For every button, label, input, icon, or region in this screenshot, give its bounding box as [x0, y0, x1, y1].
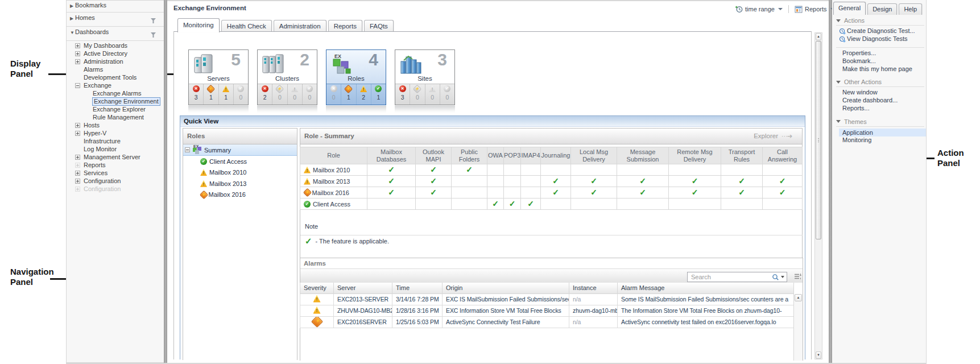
- nav-section-caret[interactable]: ▶: [70, 16, 73, 21]
- action-item-reports-[interactable]: Reports...: [832, 105, 926, 113]
- nav-item-reports[interactable]: Reports: [67, 161, 163, 169]
- nav-item-hyper-v[interactable]: Hyper-V: [67, 129, 163, 137]
- alarms-col-header[interactable]: Severity: [300, 283, 334, 293]
- tile-clusters[interactable]: 2Clusters2000: [257, 49, 317, 105]
- tile-alarm-cell-warning[interactable]: 2: [357, 84, 371, 105]
- plus-expander-icon[interactable]: [75, 187, 80, 192]
- plus-expander-icon[interactable]: [75, 51, 80, 56]
- action-tab-general[interactable]: General: [833, 2, 866, 15]
- nav-section-bookmarks[interactable]: ▶Bookmarks: [67, 2, 164, 12]
- plus-expander-icon[interactable]: [75, 59, 80, 64]
- action-item-make-this-my-home-page[interactable]: Make this my home page: [832, 65, 926, 73]
- main-scrollbar[interactable]: ▲ ▼: [814, 32, 822, 359]
- nav-item-development-tools[interactable]: Development Tools: [67, 73, 163, 81]
- summary-role-cell[interactable]: Client Access: [300, 198, 367, 210]
- action-item-application[interactable]: Application: [839, 129, 926, 136]
- action-item-bookmark-[interactable]: Bookmark...: [832, 57, 926, 65]
- tile-servers[interactable]: 5Servers3110: [188, 49, 249, 105]
- action-item-new-window[interactable]: New window: [832, 89, 926, 97]
- alarm-row[interactable]: EXC2016SERVER1/25/16 5:03 PMActiveSync C…: [300, 316, 794, 328]
- plus-expander-icon[interactable]: [75, 179, 80, 184]
- nav-item-services[interactable]: Services: [67, 169, 163, 177]
- tile-roles[interactable]: EX4Roles0121: [326, 49, 386, 105]
- alarm-row[interactable]: EXC2013-SERVER3/14/16 7:28 PMEXC IS Mail…: [300, 293, 794, 305]
- nav-item-exchange[interactable]: Exchange: [67, 81, 163, 89]
- nav-item-active-directory[interactable]: Active Directory: [67, 49, 163, 57]
- alarm-row[interactable]: ZHUVM-DAG10-MB21/28/16 3:16 PMEXC Inform…: [300, 305, 794, 316]
- nav-section-homes[interactable]: ▶Homes: [67, 14, 164, 24]
- nav-item-hosts[interactable]: Hosts: [67, 121, 163, 129]
- time-range-dropdown-icon[interactable]: [778, 8, 783, 10]
- alarms-col-header[interactable]: Origin: [443, 283, 569, 293]
- tile-alarm-cell-warning[interactable]: 1: [219, 84, 234, 105]
- plus-expander-icon[interactable]: [75, 155, 80, 160]
- nav-item-exchange-explorer[interactable]: Exchange Explorer: [67, 105, 163, 113]
- alarms-col-header[interactable]: Alarm Message: [618, 283, 794, 293]
- table-customizer-icon[interactable]: [794, 272, 802, 280]
- action-tab-help[interactable]: Help: [899, 3, 922, 15]
- nav-item-my-dashboards[interactable]: My Dashboards: [67, 42, 163, 49]
- action-item-monitoring[interactable]: Monitoring: [832, 136, 926, 144]
- main-scroll-thumb[interactable]: [816, 41, 821, 239]
- tab-reports[interactable]: Reports: [328, 20, 362, 32]
- minus-expander-icon[interactable]: [75, 83, 80, 88]
- tile-alarm-cell-normal[interactable]: 0: [303, 84, 317, 105]
- reports-menu-label[interactable]: Reports: [805, 6, 827, 13]
- roles-tree-item-mailbox-2010[interactable]: Mailbox 2010: [183, 167, 297, 179]
- main-scroll-down[interactable]: ▼: [816, 351, 821, 359]
- alarms-col-header[interactable]: Server: [334, 283, 392, 293]
- alarms-col-header[interactable]: Instance: [569, 283, 618, 293]
- explorer-link[interactable]: Explorer: [754, 129, 778, 144]
- roles-tree-item-mailbox-2016[interactable]: Mailbox 2016: [183, 189, 297, 201]
- nav-item-rule-management[interactable]: Rule Management: [67, 113, 163, 121]
- plus-expander-icon[interactable]: [75, 123, 80, 128]
- action-item-view-diagnostic-tests[interactable]: View Diagnostic Tests: [832, 35, 926, 43]
- search-dropdown-icon[interactable]: [781, 276, 784, 278]
- tile-alarm-cell-normal[interactable]: 1: [371, 84, 386, 105]
- tile-alarm-cell-fatal[interactable]: 0: [272, 84, 287, 105]
- section-collapse-icon[interactable]: [836, 19, 841, 22]
- action-tab-design[interactable]: Design: [867, 3, 897, 15]
- nav-item-administration[interactable]: Administration: [67, 57, 163, 65]
- search-icon[interactable]: [772, 274, 779, 281]
- search-box[interactable]: [687, 272, 787, 282]
- nav-item-infrastructure[interactable]: Infrastructure: [67, 137, 163, 145]
- nav-item-configuration[interactable]: Configuration: [67, 177, 163, 185]
- tile-alarm-cell-normal[interactable]: 0: [234, 84, 248, 105]
- plus-expander-icon[interactable]: [75, 131, 80, 136]
- tile-alarm-cell-warning[interactable]: 0: [288, 84, 303, 105]
- roles-tree-item-mailbox-2013[interactable]: Mailbox 2013: [183, 178, 297, 189]
- nav-item-exchange-alarms[interactable]: Exchange Alarms: [67, 89, 163, 97]
- tile-alarm-cell-fatal[interactable]: 1: [204, 84, 218, 105]
- tab-faqts[interactable]: FAQts: [364, 20, 394, 32]
- nav-item-management-server[interactable]: Management Server: [67, 153, 163, 161]
- nav-section-caret[interactable]: ▶: [70, 3, 73, 9]
- tile-sites[interactable]: 3Sites3000: [395, 49, 455, 105]
- tile-alarm-cell-fatal[interactable]: 1: [341, 84, 356, 105]
- main-scroll-up[interactable]: ▲: [816, 33, 821, 40]
- tile-alarm-cell-critical[interactable]: 2: [258, 84, 272, 105]
- left-splitter[interactable]: [164, 0, 167, 363]
- summary-role-cell[interactable]: Mailbox 2010: [300, 164, 367, 176]
- tab-monitoring[interactable]: Monitoring: [177, 18, 220, 32]
- alarms-scrollbar[interactable]: ▲: [793, 294, 803, 361]
- search-input[interactable]: [690, 273, 764, 281]
- tile-alarm-cell-critical[interactable]: 3: [189, 84, 204, 105]
- summary-role-cell[interactable]: Mailbox 2013: [300, 176, 367, 187]
- nav-item-exchange-environment[interactable]: Exchange Environment: [67, 97, 163, 105]
- section-collapse-icon[interactable]: [836, 120, 841, 123]
- tile-alarm-cell-critical[interactable]: 3: [395, 84, 410, 105]
- tile-alarm-cell-warning[interactable]: 0: [425, 84, 440, 105]
- nav-item-alarms[interactable]: Alarms: [67, 65, 163, 73]
- action-section-other-actions[interactable]: Other Actions: [832, 77, 926, 86]
- plus-expander-icon[interactable]: [75, 171, 80, 176]
- action-item-properties-[interactable]: Properties...: [832, 49, 926, 57]
- action-section-actions[interactable]: Actions: [832, 16, 926, 25]
- tab-health-check[interactable]: Health Check: [221, 20, 272, 32]
- summary-role-cell[interactable]: Mailbox 2016: [300, 187, 367, 198]
- minus-expander-icon[interactable]: [185, 147, 190, 152]
- explorer-arrow-icon[interactable]: ⋯➔: [781, 133, 799, 140]
- nav-item-log-monitor[interactable]: Log Monitor: [67, 145, 163, 153]
- tile-alarm-cell-critical[interactable]: 0: [326, 84, 341, 105]
- roles-tree-item-client-access[interactable]: Client Access: [183, 156, 297, 167]
